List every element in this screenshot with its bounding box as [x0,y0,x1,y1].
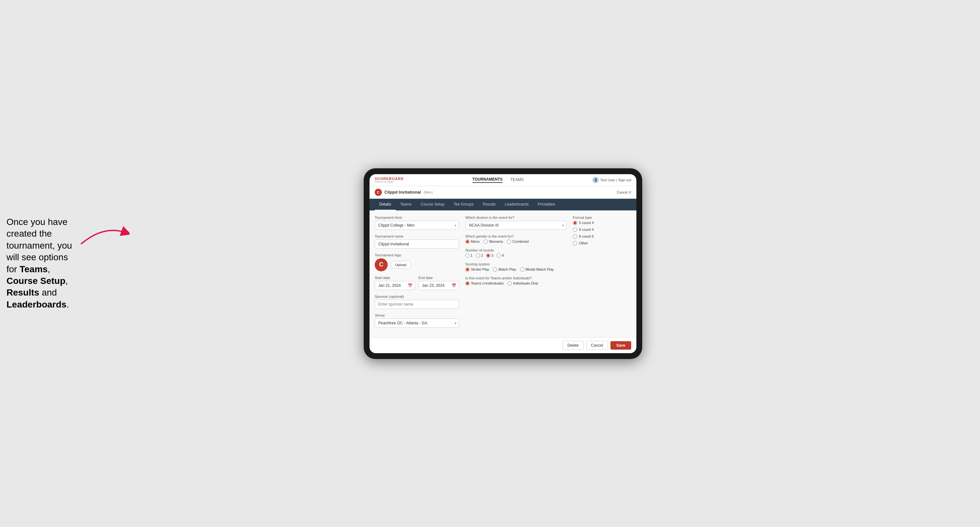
format-5count4-label: 5 count 4 [579,221,593,225]
teams-teams[interactable]: Teams (+Individuals) [465,281,504,286]
end-date-label: End date [418,276,459,280]
tournament-name: Clippd Invitational [384,190,421,195]
upload-button[interactable]: Upload [391,261,410,269]
teams-radio-group: Teams (+Individuals) Individuals Only [465,281,566,286]
venue-select-wrapper: Peachtree GC - Atlanta - GA [375,319,459,328]
logo-group: Tournament logo C Upload [375,253,459,271]
end-date-icon: 📅 [452,283,456,288]
nav-tournaments[interactable]: TOURNAMENTS [473,177,503,183]
format-5count4[interactable]: 5 count 4 [573,221,631,225]
venue-select[interactable]: Peachtree GC - Atlanta - GA [375,319,459,328]
format-6count5[interactable]: 6 count 5 [573,234,631,238]
tab-leaderboards[interactable]: Leaderboards [500,199,533,210]
arrow-indicator [78,221,130,248]
gender-combined-radio[interactable] [507,240,511,244]
venue-label: Venue [375,313,459,317]
teams-individuals[interactable]: Individuals Only [508,281,538,286]
format-label: Format type [573,216,631,219]
rounds-1[interactable]: 1 [465,254,473,258]
tournament-icon: C [375,189,382,196]
rounds-3-label: 3 [491,254,493,257]
sponsor-input[interactable] [375,300,459,309]
tab-tee-groups[interactable]: Tee Groups [449,199,478,210]
scoring-group: Scoring system Stroke Play Match Play [465,262,566,271]
left-column: Tournament Host Clippd College - Men Tou… [375,216,459,332]
scoring-match-label: Match Play [498,267,516,271]
save-button[interactable]: Save [611,341,631,349]
scoring-match[interactable]: Match Play [493,267,516,271]
dates-group: Start date 📅 End date 📅 [375,276,459,290]
name-input[interactable] [375,240,459,249]
teams-teams-radio[interactable] [465,281,469,286]
format-other-radio[interactable] [573,241,577,245]
name-group: Tournament name [375,234,459,249]
scoring-match-radio[interactable] [493,267,497,271]
division-select-wrapper: NCAA Division III [465,221,566,230]
far-right-column: Format type 5 count 4 6 count 4 6 cou [573,216,631,332]
logo-sub: Powered by clippd [375,181,404,183]
host-label: Tournament Host [375,216,459,219]
teams-teams-label: Teams (+Individuals) [471,281,504,285]
gender-combined[interactable]: Combined [507,240,528,244]
format-5count4-radio[interactable] [573,221,577,225]
gender-womens[interactable]: Womens [484,240,503,244]
scoring-stroke[interactable]: Stroke Play [465,267,489,271]
logo-upload-area: C Upload [375,258,459,271]
gender-mens-radio[interactable] [465,240,469,244]
rounds-4-radio[interactable] [496,254,501,258]
host-select[interactable]: Clippd College - Men [375,221,459,230]
teams-individuals-radio[interactable] [508,281,512,286]
logo-text: SCOREBOARD [375,177,404,181]
division-select[interactable]: NCAA Division III [465,221,566,230]
rounds-3-radio[interactable] [486,254,490,258]
start-date-wrapper: 📅 [375,281,415,290]
user-area: 👤 Test User | Sign out [592,177,631,183]
scoring-medal-match-radio[interactable] [520,267,524,271]
gender-group: Which gender is the event for? Mens Wome… [465,234,566,244]
logo-label: Tournament logo [375,253,459,257]
nav-teams[interactable]: TEAMS [511,178,524,183]
host-select-wrapper: Clippd College - Men [375,221,459,230]
user-avatar: 👤 [592,177,599,183]
tab-course-setup[interactable]: Course Setup [416,199,449,210]
tournament-subtitle: (Men) [423,190,433,194]
rounds-4[interactable]: 4 [496,254,504,258]
format-other-label: Other [579,241,588,245]
top-nav: TOURNAMENTS TEAMS [473,177,524,183]
tab-printables[interactable]: Printables [533,199,560,210]
scoring-label: Scoring system [465,262,566,266]
tab-details[interactable]: Details [375,199,396,210]
format-6count4-label: 6 count 4 [579,227,593,232]
tab-teams[interactable]: Teams [396,199,416,210]
format-6count4-radio[interactable] [573,227,577,232]
host-group: Tournament Host Clippd College - Men [375,216,459,230]
rounds-label: Number of rounds [465,248,566,252]
rounds-2[interactable]: 2 [476,254,483,258]
format-6count5-radio[interactable] [573,234,577,238]
rounds-2-radio[interactable] [476,254,480,258]
cancel-button[interactable]: Cancel [586,341,608,350]
logo-area: SCOREBOARD Powered by clippd [375,177,404,183]
scoring-medal-match[interactable]: Medal Match Play [520,267,554,271]
gender-mens[interactable]: Mens [465,240,480,244]
gender-womens-radio[interactable] [484,240,488,244]
rounds-1-radio[interactable] [465,254,469,258]
tablet-frame: SCOREBOARD Powered by clippd TOURNAMENTS… [364,168,642,359]
sponsor-group: Sponsor (optional) [375,295,459,309]
tournament-header: C Clippd Invitational (Men) Cancel X [369,186,636,199]
tabs-bar: Details Teams Course Setup Tee Groups Re… [369,199,636,210]
user-label[interactable]: Test User | Sign out [600,178,631,182]
scoring-stroke-radio[interactable] [465,267,469,271]
cancel-tournament-button[interactable]: Cancel X [617,190,631,194]
top-bar: SCOREBOARD Powered by clippd TOURNAMENTS… [369,174,636,186]
start-date-group: Start date 📅 [375,276,415,290]
format-other[interactable]: Other [573,241,631,245]
rounds-radio-group: 1 2 3 4 [465,254,566,258]
delete-button[interactable]: Delete [563,341,584,350]
date-row: Start date 📅 End date 📅 [375,276,459,290]
logo-circle: C [375,258,388,271]
rounds-3[interactable]: 3 [486,254,493,258]
tab-results[interactable]: Results [478,199,500,210]
format-6count4[interactable]: 6 count 4 [573,227,631,232]
gender-combined-label: Combined [512,240,528,243]
